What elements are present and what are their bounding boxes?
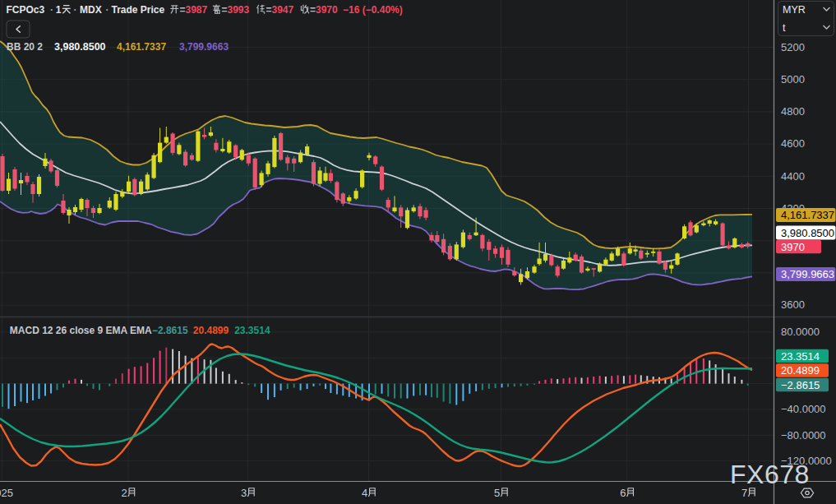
svg-text:−80.0000: −80.0000 [781, 429, 826, 442]
svg-text:3,980.8500: 3,980.8500 [54, 41, 106, 53]
svg-text:6: 6 [620, 487, 626, 499]
svg-text:·: · [50, 4, 53, 16]
svg-text:−2.8615: −2.8615 [152, 325, 188, 336]
svg-text:t: t [783, 22, 786, 34]
svg-text:3970: 3970 [781, 241, 805, 253]
svg-text:3600: 3600 [781, 298, 805, 311]
svg-text:·: · [74, 4, 77, 16]
svg-text:FCPOc3: FCPOc3 [7, 4, 45, 16]
svg-text:7: 7 [741, 487, 747, 499]
svg-text:4400: 4400 [781, 170, 805, 183]
svg-text:4600: 4600 [781, 137, 805, 150]
svg-text:23.3514: 23.3514 [781, 350, 820, 363]
svg-text:BB 20 2: BB 20 2 [7, 41, 43, 53]
svg-text:80.0000: 80.0000 [781, 326, 820, 338]
svg-text:5000: 5000 [781, 73, 805, 86]
svg-text:−120.0000: −120.0000 [781, 455, 832, 467]
svg-text:5200: 5200 [781, 41, 805, 53]
svg-text:MDX: MDX [80, 4, 102, 16]
svg-text:20.4899: 20.4899 [781, 364, 820, 377]
svg-text:=3993: =3993 [222, 4, 250, 16]
svg-text:=3970: =3970 [310, 4, 338, 16]
svg-text:=3947: =3947 [266, 4, 294, 16]
svg-text:1: 1 [56, 4, 62, 16]
svg-text:−16 (−0.40%): −16 (−0.40%) [343, 4, 403, 16]
svg-text:=3987: =3987 [180, 4, 208, 16]
svg-text:Trade Price: Trade Price [112, 4, 165, 16]
svg-text:2025: 2025 [0, 487, 13, 499]
svg-text:4,161.7337: 4,161.7337 [117, 41, 166, 53]
svg-text:3: 3 [241, 487, 247, 499]
svg-text:3,799.9663: 3,799.9663 [781, 268, 834, 280]
svg-text:3,980.8500: 3,980.8500 [781, 227, 834, 239]
svg-text:MYR: MYR [783, 4, 806, 16]
svg-text:20.4899: 20.4899 [193, 325, 229, 336]
svg-text:4: 4 [362, 487, 367, 499]
svg-text:3,799.9663: 3,799.9663 [179, 41, 229, 53]
svg-text:MACD 12 26 close 9 EMA EMA: MACD 12 26 close 9 EMA EMA [10, 325, 152, 336]
svg-text:4800: 4800 [781, 105, 805, 118]
svg-text:2: 2 [121, 487, 127, 499]
svg-text:5: 5 [494, 487, 500, 499]
svg-text:23.3514: 23.3514 [234, 325, 270, 336]
svg-text:−40.0000: −40.0000 [781, 403, 826, 415]
svg-text:4,161.7337: 4,161.7337 [781, 209, 834, 221]
svg-text:·: · [106, 4, 109, 16]
svg-text:−2.8615: −2.8615 [781, 379, 820, 391]
